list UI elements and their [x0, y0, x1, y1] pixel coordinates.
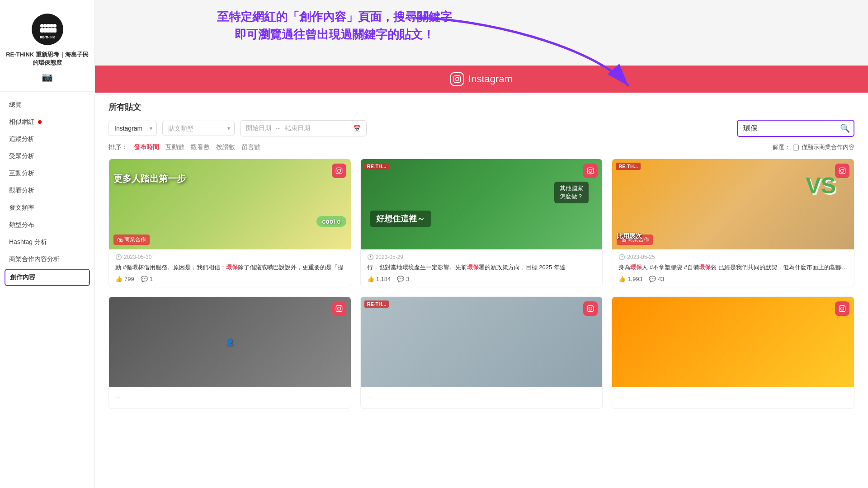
svg-point-18 [340, 169, 341, 169]
thumb-person-4: 👤 [226, 338, 234, 346]
post-thumb-4: 👤 [109, 297, 351, 387]
ig-header-icon [450, 72, 464, 86]
post-text-6: ... [618, 392, 848, 401]
content-area: 所有貼文 Instagram 貼文類型 開始日期 ～ 結束日期 📅 [95, 93, 868, 488]
post-thumb-inner-5 [361, 297, 603, 387]
sidebar-item-tracking[interactable]: 追蹤分析 [0, 131, 94, 148]
svg-rect-22 [839, 168, 845, 174]
svg-rect-19 [588, 168, 594, 174]
sidebar-item-hashtag[interactable]: Hashtag 分析 [0, 234, 94, 251]
svg-point-15 [458, 77, 459, 78]
commercial-filter-checkbox[interactable] [793, 145, 799, 150]
sort-option-interaction[interactable]: 互動數 [165, 143, 184, 151]
post-date-2: 🕐 2023-05-29 [367, 254, 596, 260]
commercial-badge-1: 🛍 商業合作 [113, 235, 150, 245]
svg-rect-6 [47, 28, 50, 33]
post-ig-badge-4 [332, 301, 346, 316]
commercial-label-1: 商業合作 [124, 236, 146, 244]
post-thumb-inner-4: 👤 [109, 297, 351, 387]
highlight-1: 環保 [226, 264, 238, 271]
post-body-2: 🕐 2023-05-29 行，也對當地環境產生一定影響。先前環保署的新政策方向，… [361, 249, 603, 287]
re-think-badge-5: RE-TH... [364, 300, 389, 308]
sort-option-views[interactable]: 觀看數 [191, 143, 210, 151]
post-text-5: ... [367, 392, 596, 401]
section-title: 所有貼文 [108, 102, 854, 113]
thumb-overlay-text-1: 更多人踏出第一步 [113, 173, 186, 185]
post-thumb-3: VS RE-TH... 🛍 商業合作 比用幾次 [612, 159, 854, 249]
bubble-overlay-2: 其他國家怎麼做？ [554, 182, 589, 203]
highlight-2: 環保 [467, 264, 479, 271]
thumb-overlay-text-2: 好想住這裡～ [370, 211, 431, 227]
post-body-5: ... [361, 387, 603, 409]
post-comments-1: 💬 1 [141, 276, 153, 282]
date-range[interactable]: 開始日期 ～ 結束日期 📅 [240, 120, 367, 136]
svg-rect-13 [454, 76, 461, 83]
post-type-filter-wrap: 貼文類型 [162, 121, 235, 136]
sidebar-divider [0, 91, 94, 92]
sidebar-item-types[interactable]: 類型分布 [0, 216, 94, 234]
post-type-select[interactable]: 貼文類型 [162, 121, 235, 136]
svg-point-20 [589, 169, 592, 173]
ig-header-label: Instagram [468, 73, 513, 85]
date-start-label: 開始日期 [246, 124, 271, 132]
post-stats-2: 👍 1,184 💬 3 [367, 276, 596, 282]
sort-option-likes[interactable]: 按讚數 [216, 143, 235, 151]
post-body-1: 🕐 2023-05-30 動 #循環杯借用服務。原因是，我們相信：環保除了倡議或… [109, 249, 351, 287]
svg-rect-8 [50, 28, 53, 33]
post-text-1: 動 #循環杯借用服務。原因是，我們相信：環保除了倡議或嘴巴說說外，更重要的是「提 [115, 263, 344, 272]
search-icon[interactable]: 🔍 [840, 123, 850, 133]
sort-option-comments[interactable]: 留言數 [241, 143, 260, 151]
sidebar-item-content[interactable]: 創作內容 [5, 269, 90, 286]
sidebar-item-interaction[interactable]: 互動分析 [0, 165, 94, 182]
svg-point-9 [53, 24, 57, 28]
post-card-1: 更多人踏出第一步 cool o 🛍 商業合作 [108, 159, 351, 287]
post-thumb-inner-6 [612, 297, 854, 387]
sidebar-item-commercial[interactable]: 商業合作內容分析 [0, 251, 94, 268]
sidebar-item-similar[interactable]: 相似網紅 [0, 113, 94, 131]
svg-rect-31 [839, 305, 845, 311]
thumb-icon-3: 👍 [618, 276, 626, 282]
annotation-text: 至特定網紅的「創作內容」頁面，搜尋關鍵字 即可瀏覽過往曾出現過關鍵字的貼文！ [176, 8, 493, 43]
post-card-4: 👤 ... [108, 296, 351, 409]
post-card-5: RE-TH... ... [360, 296, 603, 409]
post-card-2: RE-TH... 其他國家怎麼做？ 好想住這裡～ 🕐 2023-0 [360, 159, 603, 287]
sidebar-item-frequency[interactable]: 發文頻率 [0, 199, 94, 216]
post-thumb-1: 更多人踏出第一步 cool o 🛍 商業合作 [109, 159, 351, 249]
svg-point-5 [47, 24, 50, 28]
post-ig-badge-2 [583, 164, 598, 178]
commercial-icon-1: 🛍 [117, 237, 123, 243]
svg-point-23 [841, 169, 844, 173]
calendar-icon: 📅 [353, 125, 361, 132]
thumb-tag-1: cool o [316, 216, 346, 227]
thumb-icon-2: 👍 [367, 276, 374, 282]
platform-select[interactable]: Instagram [108, 121, 157, 136]
sidebar-item-views[interactable]: 觀看分析 [0, 182, 94, 199]
instagram-icon: 📷 [42, 71, 53, 82]
search-input[interactable] [737, 120, 854, 137]
re-think-badge-3: RE-TH... [616, 163, 641, 170]
post-ig-badge-5 [583, 301, 598, 316]
thumb-icon-1: 👍 [115, 276, 123, 282]
svg-rect-10 [53, 28, 57, 33]
post-likes-2: 👍 1,184 [367, 276, 391, 282]
sidebar-item-overview[interactable]: 總覽 [0, 96, 94, 113]
search-wrap: 🔍 [737, 120, 854, 137]
svg-rect-2 [40, 28, 44, 33]
sidebar-item-audience[interactable]: 受眾分析 [0, 148, 94, 165]
post-thumb-inner-2 [361, 159, 603, 249]
avatar: RE-THINK [32, 14, 63, 45]
posts-grid: 更多人踏出第一步 cool o 🛍 商業合作 [108, 159, 854, 409]
post-likes-1: 👍 799 [115, 276, 134, 282]
sort-option-date[interactable]: 發布時間 [134, 143, 159, 151]
filter-right: 篩選： 僅顯示商業合作內容 [773, 143, 854, 151]
post-ig-badge-1 [332, 164, 346, 178]
svg-point-3 [43, 24, 47, 28]
post-card-3: VS RE-TH... 🛍 商業合作 比用幾次 [612, 159, 854, 287]
sidebar: RE-THINK RE-THINK 重新思考｜海島子民的環保態度 📷 總覽 相似… [0, 0, 95, 488]
filter-label: 篩選： [773, 143, 790, 151]
clock-icon-2: 🕐 [367, 254, 374, 260]
post-thumb-5: RE-TH... [361, 297, 603, 387]
svg-text:RE-THINK: RE-THINK [40, 36, 55, 39]
post-thumb-2: RE-TH... 其他國家怎麼做？ 好想住這裡～ [361, 159, 603, 249]
annotation-line1: 至特定網紅的「創作內容」頁面，搜尋關鍵字 [176, 8, 493, 26]
